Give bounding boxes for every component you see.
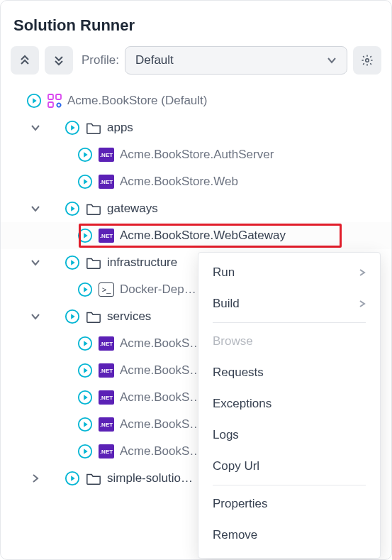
chevron-down-icon [327, 55, 337, 65]
chevron-right-icon [359, 269, 366, 276]
root-label: Acme.BookStore (Default) [67, 94, 207, 108]
project-web[interactable]: .NET Acme.BookStore.Web [11, 168, 381, 195]
chevrons-down-icon [53, 55, 65, 66]
folder-label: services [107, 309, 151, 324]
tree-root[interactable]: Acme.BookStore (Default) [11, 87, 381, 114]
play-icon[interactable] [26, 93, 42, 109]
play-icon[interactable] [77, 336, 93, 351]
play-icon[interactable] [77, 417, 93, 432]
menu-label: Properties [213, 497, 267, 511]
chevron-down-icon[interactable] [30, 204, 40, 214]
panel-title: Solution Runner [13, 16, 379, 35]
svg-marker-26 [84, 368, 88, 373]
svg-rect-3 [48, 94, 53, 99]
project-label: Acme.BookStore.WebGateway [120, 229, 286, 243]
folder-icon [86, 309, 101, 324]
menu-label: Logs [213, 428, 239, 442]
dotnet-icon: .NET [99, 444, 114, 459]
menu-exceptions[interactable]: Exceptions [198, 388, 380, 419]
menu-requests[interactable]: Requests [198, 357, 380, 388]
project-webgateway[interactable]: .NET Acme.BookStore.WebGateway [11, 222, 381, 249]
play-icon[interactable] [77, 363, 93, 378]
menu-logs[interactable]: Logs [198, 419, 380, 451]
chevron-right-icon[interactable] [30, 473, 40, 483]
collapse-all-button[interactable] [45, 46, 73, 75]
dotnet-icon: .NET [99, 148, 114, 162]
menu-build[interactable]: Build [198, 288, 380, 319]
project-label: Acme.BookStore.Web [120, 175, 238, 189]
project-label: Acme.BookS… [120, 417, 201, 432]
svg-marker-12 [84, 179, 88, 184]
menu-properties[interactable]: Properties [198, 488, 380, 520]
svg-marker-22 [71, 314, 75, 319]
folder-gateways[interactable]: gateways [11, 195, 381, 222]
folder-label: apps [107, 121, 133, 135]
svg-marker-10 [84, 152, 88, 157]
project-label: Acme.BookS… [120, 390, 201, 405]
svg-marker-14 [71, 206, 75, 211]
project-label: Acme.BookS… [120, 363, 201, 378]
menu-run[interactable]: Run [198, 257, 380, 288]
menu-separator [213, 485, 366, 485]
svg-marker-32 [84, 449, 88, 454]
project-label: Acme.BookStore.AuthServer [120, 148, 274, 162]
folder-apps[interactable]: apps [11, 114, 381, 141]
project-label: Docker-Dep… [120, 282, 196, 297]
play-icon[interactable] [65, 120, 80, 136]
chevron-down-icon[interactable] [30, 123, 40, 133]
svg-point-0 [366, 59, 369, 62]
svg-marker-2 [33, 98, 37, 103]
selected-row-wrapper: .NET Acme.BookStore.WebGateway [1, 222, 391, 249]
menu-label: Copy Url [213, 459, 259, 473]
dotnet-icon: .NET [99, 336, 114, 351]
settings-button[interactable] [353, 46, 381, 75]
play-icon[interactable] [65, 471, 80, 486]
menu-remove[interactable]: Remove [198, 520, 380, 551]
play-icon[interactable] [77, 228, 93, 243]
chevron-down-icon[interactable] [30, 312, 40, 322]
play-icon[interactable] [65, 201, 80, 216]
folder-icon [86, 121, 101, 135]
apps-icon [47, 94, 62, 108]
svg-marker-30 [84, 422, 88, 427]
chevron-right-icon [359, 300, 366, 307]
play-icon[interactable] [77, 390, 93, 405]
terminal-icon: >_ [99, 282, 114, 297]
svg-marker-34 [71, 476, 75, 481]
menu-label: Run [213, 265, 235, 280]
play-icon[interactable] [77, 282, 93, 297]
profile-select[interactable]: Default [125, 46, 347, 75]
dotnet-icon: .NET [99, 229, 114, 243]
play-icon[interactable] [77, 444, 93, 459]
folder-icon [86, 471, 101, 485]
svg-marker-8 [71, 125, 75, 130]
svg-rect-5 [48, 102, 53, 107]
svg-marker-28 [84, 395, 88, 400]
menu-label: Requests [213, 366, 264, 380]
menu-label: Build [213, 297, 240, 311]
folder-label: infrastructure [107, 256, 177, 270]
toolbar: Profile: Default [11, 46, 381, 75]
dotnet-icon: .NET [99, 363, 114, 378]
profile-label: Profile: [82, 53, 119, 67]
play-icon[interactable] [77, 174, 93, 190]
play-icon[interactable] [65, 309, 80, 324]
dotnet-icon: .NET [99, 417, 114, 432]
svg-marker-24 [84, 341, 88, 346]
play-icon[interactable] [77, 147, 93, 163]
play-icon[interactable] [65, 255, 80, 270]
chevron-down-icon[interactable] [30, 258, 40, 268]
profile-value: Default [135, 53, 174, 67]
menu-separator [213, 322, 366, 323]
expand-all-button[interactable] [11, 46, 39, 75]
svg-marker-20 [84, 287, 88, 292]
dotnet-icon: .NET [99, 390, 114, 405]
project-authserver[interactable]: .NET Acme.BookStore.AuthServer [11, 141, 381, 168]
menu-label: Remove [213, 528, 257, 542]
menu-copy-url[interactable]: Copy Url [198, 451, 380, 482]
project-label: Acme.BookS… [120, 444, 201, 459]
dotnet-icon: .NET [99, 175, 114, 189]
solution-runner-panel: Solution Runner Profile: Default [0, 0, 392, 560]
gear-icon [361, 54, 374, 67]
folder-icon [86, 256, 101, 270]
